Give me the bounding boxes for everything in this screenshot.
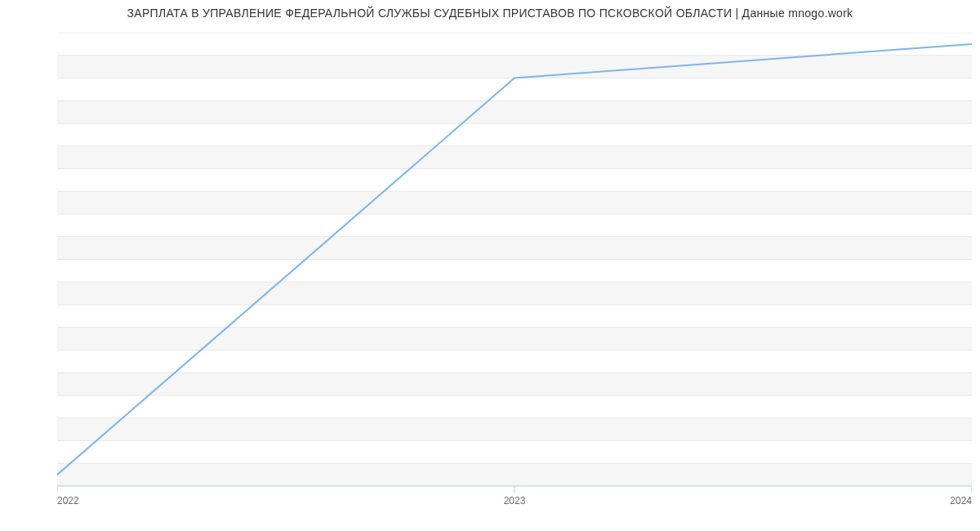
svg-rect-8 <box>57 100 972 123</box>
x-tick-label: 2022 <box>57 495 79 506</box>
chart-container: ЗАРПЛАТА В УПРАВЛЕНИЕ ФЕДЕРАЛЬНОЙ СЛУЖБЫ… <box>0 0 980 531</box>
svg-rect-5 <box>57 237 972 260</box>
svg-rect-6 <box>57 191 972 214</box>
chart-svg: 2022202320241600018000200002200024000260… <box>57 33 972 519</box>
svg-rect-7 <box>57 146 972 169</box>
chart-title: ЗАРПЛАТА В УПРАВЛЕНИЕ ФЕДЕРАЛЬНОЙ СЛУЖБЫ… <box>0 7 980 20</box>
plot-area: 2022202320241600018000200002200024000260… <box>57 33 972 486</box>
x-tick-label: 2023 <box>504 495 526 506</box>
svg-rect-4 <box>57 282 972 305</box>
svg-rect-2 <box>57 373 972 395</box>
svg-rect-1 <box>57 418 972 441</box>
x-tick-label: 2024 <box>950 495 972 506</box>
svg-rect-0 <box>57 463 972 486</box>
svg-rect-3 <box>57 328 972 350</box>
svg-rect-9 <box>57 56 972 78</box>
